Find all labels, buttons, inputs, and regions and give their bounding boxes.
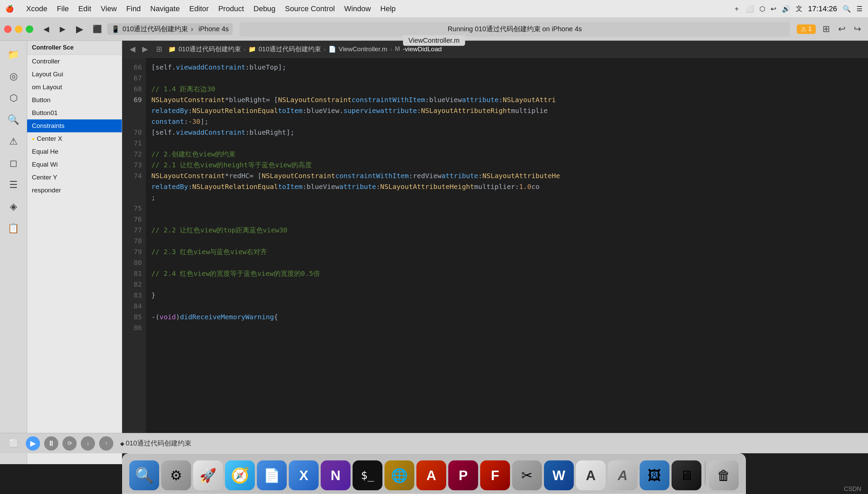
sidebar-report-icon[interactable]: 📋 [3,218,24,238]
warning-badge[interactable]: ⚠ 1 [797,24,816,34]
dock-safari[interactable]: 🧭 [225,460,255,490]
menu-navigate[interactable]: Navigate [150,4,180,13]
nav-item-layout-gui[interactable]: Layout Gui [27,68,122,81]
panel-center-button[interactable]: ↩ [835,22,848,36]
dock-terminal[interactable]: $_ [353,460,382,490]
menu-view[interactable]: View [101,4,117,13]
dock-files[interactable]: 📄 [257,460,287,490]
menu-product[interactable]: Product [218,4,244,13]
menu-volume-icon[interactable]: 🔊 [782,5,790,13]
line-81: 81 [122,268,142,279]
nav-item-om-layout[interactable]: om Layout [27,81,122,94]
line-76: 76 [122,214,142,225]
dock-font-icon: A [586,468,596,483]
code-text[interactable]: [self.view addConstraint:blueTop]; // 1.… [146,58,868,464]
menu-screen-icon[interactable]: ⬜ [746,5,754,13]
run-button[interactable]: ▶ [73,22,87,36]
dock-preview-app[interactable]: 🖼 [640,460,669,490]
stop-button[interactable]: ⬛ [91,23,103,35]
dock-word-app[interactable]: W [544,460,574,490]
menu-window[interactable]: Window [344,4,371,13]
bottom-step-out-button[interactable]: ↑ [99,436,113,451]
dock-onenote[interactable]: N [321,460,351,490]
nav-item-controller[interactable]: Controller [27,55,122,68]
menu-source-control[interactable]: Source Control [285,4,335,13]
breadcrumb-group[interactable]: 010通过代码创建约束 [259,45,321,54]
dock-vnc-icon: 🖥 [680,468,693,483]
menu-xcode[interactable]: Xcode [26,4,47,13]
panel-right-button[interactable]: ↪ [851,22,864,36]
nav-item-responder[interactable]: responder [27,184,122,197]
breadcrumb-project[interactable]: 010通过代码创建约束 [178,45,241,54]
menu-edit[interactable]: Edit [78,4,91,13]
dock-font-app2[interactable]: A [608,460,638,490]
menu-debug[interactable]: Debug [253,4,276,13]
dock-launchpad[interactable]: 🚀 [193,460,223,490]
code-editor[interactable]: 66 67 68 69 70 71 72 73 74 75 76 77 78 7… [122,58,868,464]
maximize-button[interactable] [26,25,33,33]
dock-trash[interactable]: 🗑 [709,460,739,490]
menu-help[interactable]: Help [380,4,396,13]
line-68: 68 [122,83,142,94]
editor-area: ◀ ▶ ⊞ 📁 010通过代码创建约束 › 📁 010通过代码创建约束 › 📄 … [122,41,868,464]
scheme-selector[interactable]: 📱 010通过代码创建约束 › iPhone 4s [107,23,233,35]
dock-app-red[interactable]: A [416,460,446,490]
bottom-play-button[interactable]: ▶ [26,436,40,451]
file-title-text: ViewController.m [409,37,460,44]
breadcrumb-method[interactable]: -viewDidLoad [403,45,442,53]
dock-browser[interactable]: 🌐 [384,460,414,490]
navigator-header: Controller Sce [27,41,122,55]
sidebar-search-icon[interactable]: 🔍 [3,110,24,129]
sidebar-test-icon[interactable]: ◻ [3,153,24,172]
sidebar-source-icon[interactable]: ◎ [3,66,24,86]
breadcrumb-nav-forward[interactable]: ▶ [140,45,150,54]
nav-item-equal-he[interactable]: Equal He [27,145,122,158]
dock-app-purple[interactable]: P [448,460,478,490]
nav-back-icon[interactable]: ◀ [40,23,52,35]
nav-item-button[interactable]: Button [27,94,122,107]
dock-system-preferences[interactable]: ⚙ [161,460,191,490]
breadcrumb-layout-toggle[interactable]: ⊞ [153,43,166,55]
sidebar-debug-icon[interactable]: ☰ [3,175,24,194]
bottom-step-over-button[interactable]: ⟳ [62,436,77,451]
breadcrumb-file[interactable]: ViewController.m [339,45,387,53]
dock-scissors-icon: ✂ [521,468,533,483]
dock-font-app[interactable]: A [576,460,606,490]
menu-editor[interactable]: Editor [189,4,209,13]
bottom-pause-button[interactable]: ⏸ [44,436,58,451]
dock-terminal-icon: $_ [361,469,374,482]
menu-add-icon[interactable]: ＋ [733,4,740,13]
line-82: 82 [122,279,142,290]
menu-file[interactable]: File [57,4,69,13]
dock-browser-icon: 🌐 [391,468,408,483]
breadcrumb-nav-back[interactable]: ◀ [128,45,137,54]
dock-finder[interactable]: 🔍 [129,460,159,490]
menu-list-icon[interactable]: ☰ [856,5,863,13]
line-69c [122,116,142,127]
code-line-66: [self.view addConstraint:blueTop]; [151,62,863,73]
sidebar-warning-icon[interactable]: ⚠ [3,132,24,151]
nav-item-center-y[interactable]: Center Y [27,171,122,184]
menu-find[interactable]: Find [126,4,141,13]
nav-forward-icon[interactable]: ▶ [56,23,69,35]
dock-vnc-app[interactable]: 🖥 [672,460,701,490]
nav-item-equal-wi[interactable]: Equal Wi [27,158,122,171]
dock-scissors-app[interactable]: ✂ [512,460,542,490]
minimize-button[interactable] [15,25,22,33]
dock-xcode[interactable]: X [289,460,319,490]
apple-menu-icon[interactable]: 🍎 [5,5,14,13]
panel-left-button[interactable]: ⊞ [820,22,833,36]
menu-search-icon[interactable]: 🔍 [843,5,851,13]
bottom-step-into-button[interactable]: ↓ [81,436,95,451]
close-button[interactable] [4,25,12,33]
dock-filezilla[interactable]: F [480,460,510,490]
menu-input-icon[interactable]: 文 [796,4,803,13]
sidebar-breakpoint-icon[interactable]: ◈ [3,197,24,216]
bottom-folder-icon[interactable]: ⬜ [5,435,22,452]
sidebar-project-icon[interactable]: 📁 [3,45,24,64]
nav-item-center-x[interactable]: ● Center X [27,132,122,145]
nav-item-constraints[interactable]: Constraints [27,119,122,132]
nav-item-button01[interactable]: Button01 [27,107,122,119]
menu-back-icon[interactable]: ↩ [771,5,776,13]
sidebar-symbol-icon[interactable]: ⬡ [3,88,24,107]
